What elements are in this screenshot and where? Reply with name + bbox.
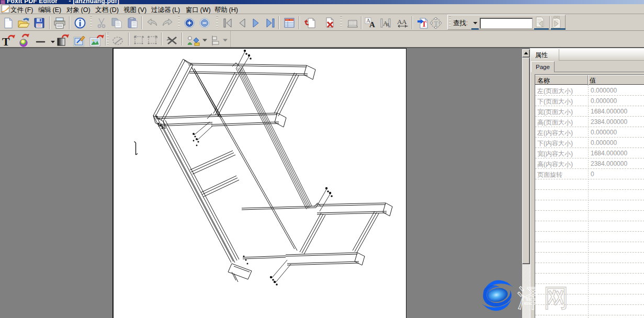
svg-text:T: T: [434, 19, 438, 27]
svg-text:A: A: [402, 18, 407, 26]
svg-text:A: A: [386, 22, 390, 28]
svg-text:A: A: [369, 20, 375, 29]
